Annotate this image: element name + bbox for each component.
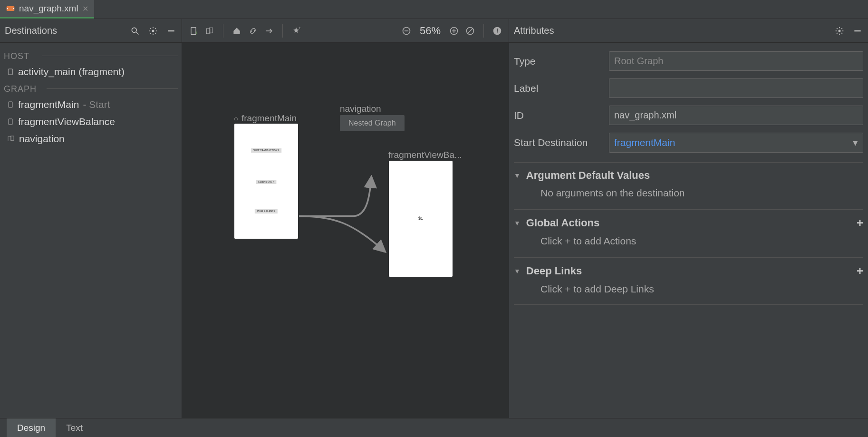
start-home-icon: ⌂ — [234, 114, 238, 122]
section-title: Argument Default Values — [526, 169, 650, 182]
attr-type-label: Type — [514, 56, 609, 67]
zoom-in-icon[interactable] — [448, 25, 460, 37]
attr-id-input[interactable] — [609, 106, 863, 125]
host-item[interactable]: activity_main (fragment) — [4, 63, 178, 80]
tab-design[interactable]: Design — [7, 418, 56, 437]
chevron-down-icon: ▼ — [514, 219, 521, 227]
canvas-toolbar: + + 56% — [182, 19, 509, 43]
attr-startdest-select[interactable]: fragmentMain ▾ — [609, 133, 863, 153]
home-icon[interactable] — [231, 25, 242, 37]
host-item-label: activity_main (fragment) — [18, 66, 125, 78]
new-destination-icon[interactable]: + — [188, 25, 199, 37]
action-arrow-icon[interactable] — [263, 25, 275, 37]
svg-rect-6 — [9, 102, 12, 107]
deep-links-hint: Click + to add Deep Links — [514, 281, 863, 300]
node-label-fragmentmain: fragmentMain — [241, 113, 297, 124]
svg-point-26 — [839, 29, 841, 32]
svg-line-2 — [136, 32, 139, 34]
nav-editor-canvas-panel: + + 56% — [182, 19, 509, 418]
main-area: Destinations HOST activity_main (fragmen… — [0, 19, 868, 418]
minimize-icon[interactable] — [852, 25, 863, 37]
destinations-header: Destinations — [0, 19, 182, 43]
editor-mode-tabs: Design Text — [0, 418, 868, 437]
graph-item-label: navigation — [19, 133, 65, 145]
xml-file-icon — [6, 4, 15, 13]
chevron-down-icon: ▼ — [514, 267, 521, 275]
gear-icon[interactable] — [834, 25, 845, 37]
graph-item-fragmentmain[interactable]: fragmentMain - Start — [4, 96, 178, 113]
zoom-out-icon[interactable] — [401, 25, 412, 37]
destinations-panel: Destinations HOST activity_main (fragmen… — [0, 19, 182, 418]
canvas[interactable]: ⌂ fragmentMain VIEW TRANSACTIONS SEND MO… — [182, 43, 509, 418]
nested-graph-chip[interactable]: Nested Graph — [340, 115, 405, 131]
svg-point-1 — [132, 28, 136, 32]
fragment-icon — [7, 68, 14, 76]
file-tab-bar: nav_graph.xml ✕ — [0, 0, 868, 19]
nested-graph-icon[interactable] — [204, 25, 215, 37]
destinations-title: Destinations — [5, 25, 57, 36]
attr-label-label: Label — [514, 83, 609, 94]
graph-item-fragmentviewbalance[interactable]: fragmentViewBalance — [4, 113, 178, 130]
graph-section-label: GRAPH — [4, 80, 178, 96]
mini-button-view-transactions: VIEW TRANSACTIONS — [251, 148, 281, 153]
chevron-down-icon: ▾ — [853, 137, 858, 148]
svg-text:+: + — [195, 30, 198, 36]
zoom-level: 56% — [420, 25, 441, 37]
auto-arrange-icon[interactable]: + — [290, 25, 302, 37]
svg-rect-7 — [9, 119, 12, 125]
phone-icon — [7, 118, 14, 126]
host-section-label: HOST — [4, 48, 178, 63]
graph-item-label: fragmentMain — [18, 99, 79, 110]
graph-item-label: fragmentViewBalance — [18, 116, 115, 127]
graph-item-navigation[interactable]: navigation — [4, 130, 178, 147]
section-global-actions[interactable]: ▼ Global Actions + — [514, 214, 863, 233]
attr-label-input[interactable] — [609, 78, 863, 98]
deeplink-icon[interactable] — [247, 25, 259, 37]
section-argument-defaults[interactable]: ▼ Argument Default Values — [514, 166, 863, 185]
svg-rect-24 — [497, 29, 498, 32]
svg-point-3 — [152, 29, 154, 32]
attributes-header: Attributes — [509, 19, 868, 43]
svg-rect-25 — [497, 32, 498, 33]
section-deep-links[interactable]: ▼ Deep Links + — [514, 262, 863, 281]
tab-text[interactable]: Text — [56, 418, 93, 437]
balance-value: $1 — [418, 216, 423, 221]
zoom-reset-icon[interactable] — [464, 25, 476, 37]
node-fragmentviewbalance[interactable]: $1 — [389, 161, 453, 277]
svg-rect-5 — [8, 69, 12, 75]
argument-defaults-empty: No arguments on the destination — [514, 185, 863, 204]
mini-button-send-money: SEND MONEY — [256, 180, 276, 184]
attributes-panel: Attributes Type Label ID — [509, 19, 868, 418]
gear-icon[interactable] — [147, 25, 159, 37]
chevron-down-icon: ▼ — [514, 172, 521, 179]
svg-line-22 — [468, 29, 473, 33]
file-tab-label: nav_graph.xml — [19, 3, 78, 14]
nested-graph-icon — [7, 135, 15, 143]
add-action-button[interactable]: + — [857, 216, 863, 230]
close-icon[interactable]: ✕ — [82, 4, 88, 13]
attr-id-label: ID — [514, 110, 609, 121]
graph-item-suffix: - Start — [83, 99, 110, 110]
file-tab[interactable]: nav_graph.xml ✕ — [0, 0, 94, 19]
attr-type-input[interactable] — [609, 51, 863, 71]
warnings-icon[interactable] — [492, 25, 503, 37]
attr-startdest-value: fragmentMain — [614, 137, 675, 148]
section-title: Global Actions — [526, 217, 599, 229]
minimize-icon[interactable] — [165, 25, 177, 37]
global-actions-hint: Click + to add Actions — [514, 233, 863, 252]
search-icon[interactable] — [129, 25, 141, 37]
attr-startdest-label: Start Destination — [514, 137, 609, 148]
node-label-fragmentviewbalance: fragmentViewBa... — [388, 150, 462, 160]
node-fragmentmain[interactable]: VIEW TRANSACTIONS SEND MONEY VIEW BALANC… — [234, 124, 298, 239]
node-label-navigation: navigation — [340, 104, 381, 114]
mini-button-view-balance: VIEW BALANCE — [255, 209, 278, 214]
attributes-title: Attributes — [514, 25, 554, 36]
section-title: Deep Links — [526, 265, 582, 277]
svg-text:+: + — [299, 26, 301, 30]
phone-icon — [7, 101, 14, 108]
add-deeplink-button[interactable]: + — [857, 264, 863, 278]
